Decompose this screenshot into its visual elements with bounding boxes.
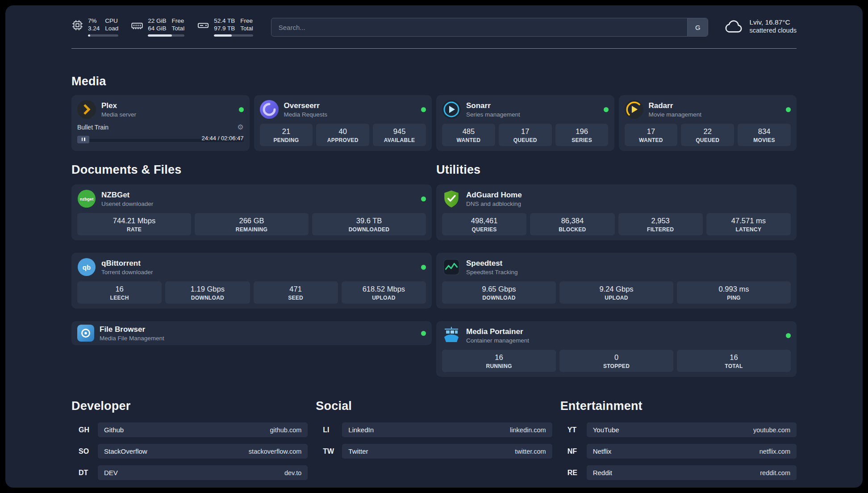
disk-widget: 52.4 TB 97.9 TB Free Total xyxy=(197,17,253,37)
app-title: Radarr xyxy=(649,101,702,110)
bookmark-dev[interactable]: DT DEV dev.to xyxy=(71,465,308,480)
cloud-icon xyxy=(723,18,744,34)
bookmark-youtube[interactable]: YT YouTube youtube.com xyxy=(560,422,797,437)
app-title: Speedtest xyxy=(466,259,518,268)
gear-icon[interactable]: ⚙ xyxy=(237,123,243,131)
bookmark-linkedin[interactable]: LI LinkedIn linkedin.com xyxy=(316,422,552,437)
stat-filtered: 2,953FILTERED xyxy=(618,213,703,235)
plex-icon xyxy=(77,100,96,119)
bookmark-abbr: YT xyxy=(560,426,587,434)
bookmark-stackoverflow[interactable]: SO StackOverflow stackoverflow.com xyxy=(71,444,308,459)
stat-wanted: 485WANTED xyxy=(442,124,495,146)
section-media: Media Plex Media server xyxy=(71,74,797,151)
app-card-sonarr[interactable]: Sonarr Series management 485WANTED 17QUE… xyxy=(436,95,614,151)
stat-download: 9.65 GbpsDOWNLOAD xyxy=(442,281,556,304)
disk-free-label: Free xyxy=(240,17,253,25)
search-provider-button[interactable]: G xyxy=(687,18,708,36)
portainer-icon xyxy=(442,326,461,345)
stat-latency: 47.571 msLATENCY xyxy=(706,213,791,235)
ram-usage-bar xyxy=(148,34,184,37)
weather-location: Lviv, 16.87°C xyxy=(749,18,797,26)
stat-movies: 834MOVIES xyxy=(738,124,791,146)
disk-total-value: 97.9 TB xyxy=(214,25,235,32)
app-title: AdGuard Home xyxy=(466,190,522,200)
app-card-radarr[interactable]: Radarr Movie management 17WANTED 22QUEUE… xyxy=(619,95,797,151)
dashboard: 7% 3.24 CPU Load xyxy=(5,5,863,488)
stat-queries: 498,461QUERIES xyxy=(442,213,526,235)
cpu-usage-bar xyxy=(88,34,118,37)
search-input[interactable] xyxy=(271,18,688,36)
app-card-speedtest[interactable]: Speedtest Speedtest Tracking 9.65 GbpsDO… xyxy=(436,253,797,309)
bookmark-group-developer: Developer GH Github github.com SO StackO… xyxy=(71,398,308,487)
filebrowser-icon xyxy=(77,325,94,342)
bookmark-netflix[interactable]: NF Netflix netflix.com xyxy=(560,444,797,459)
bookmark-abbr: NF xyxy=(560,447,587,455)
app-card-qbittorrent[interactable]: qb qBittorrent Torrent downloader 16LEEC… xyxy=(71,253,432,309)
bookmark-url: linkedin.com xyxy=(510,426,546,434)
bookmark-name: DEV xyxy=(104,469,118,476)
bookmark-url: netflix.com xyxy=(760,448,790,455)
pause-icon[interactable] xyxy=(77,136,89,143)
app-card-nzbget[interactable]: nzbget NZBGet Usenet downloader 744.21 M… xyxy=(71,184,432,240)
stat-remaining: 266 GBREMAINING xyxy=(195,213,309,235)
now-playing-title: Bullet Train xyxy=(77,124,108,131)
bookmark-abbr: TW xyxy=(316,447,342,455)
section-utilities: Utilities AdGuard Home xyxy=(436,162,797,377)
app-subtitle: Media File Management xyxy=(100,335,164,342)
stat-downloaded: 39.6 TBDOWNLOADED xyxy=(312,213,426,235)
app-card-adguard[interactable]: AdGuard Home DNS and adblocking 498,461Q… xyxy=(436,184,797,240)
cpu-widget: 7% 3.24 CPU Load xyxy=(71,17,118,37)
ram-free-value: 22 GiB xyxy=(148,17,166,25)
topbar: 7% 3.24 CPU Load xyxy=(71,17,797,37)
status-dot xyxy=(421,331,426,336)
bookmark-url: twitter.com xyxy=(515,448,546,455)
cpu-icon xyxy=(71,19,83,31)
playback-progress[interactable]: 24:44 / 02:06:47 xyxy=(77,134,244,144)
stat-total: 16TOTAL xyxy=(677,350,791,372)
speedtest-icon xyxy=(442,258,461,276)
disk-icon xyxy=(197,19,209,32)
bookmark-twitter[interactable]: TW Twitter twitter.com xyxy=(316,444,552,459)
bookmark-name: LinkedIn xyxy=(348,426,374,434)
app-subtitle: Container management xyxy=(466,337,529,344)
app-card-overseerr[interactable]: Overseerr Media Requests 21PENDING 40APP… xyxy=(254,95,432,151)
bookmark-abbr: LI xyxy=(316,426,342,434)
bookmark-name: Reddit xyxy=(593,469,612,476)
app-title: Sonarr xyxy=(466,101,520,110)
bookmark-github[interactable]: GH Github github.com xyxy=(71,422,308,437)
bookmark-name: Netflix xyxy=(593,447,612,455)
app-subtitle: Series management xyxy=(466,111,520,118)
app-card-portainer[interactable]: Media Portainer Container management 16R… xyxy=(436,321,797,377)
app-card-filebrowser[interactable]: File Browser Media File Management xyxy=(71,321,432,345)
section-title-entertainment: Entertainment xyxy=(560,398,797,414)
app-card-plex[interactable]: Plex Media server Bullet Train ⚙ 24:44 /… xyxy=(71,95,250,151)
section-title-developer: Developer xyxy=(71,398,308,414)
bookmark-url: stackoverflow.com xyxy=(249,448,301,455)
overseerr-icon xyxy=(260,100,279,119)
ram-icon xyxy=(131,19,143,32)
bookmark-reddit[interactable]: RE Reddit reddit.com xyxy=(560,465,797,480)
section-documents: Documents & Files nzbget NZBGet Usenet d… xyxy=(71,162,432,345)
radarr-icon xyxy=(625,100,643,119)
status-dot xyxy=(786,333,791,338)
cpu-load-label: Load xyxy=(105,25,118,32)
bookmark-abbr: RE xyxy=(560,469,587,477)
app-title: NZBGet xyxy=(101,190,153,200)
app-title: Media Portainer xyxy=(466,327,529,336)
section-title-media: Media xyxy=(71,74,797,89)
bookmark-group-entertainment: Entertainment YT YouTube youtube.com NF … xyxy=(560,398,797,487)
app-title: qBittorrent xyxy=(101,259,153,268)
app-title: Plex xyxy=(101,101,136,110)
bookmark-url: dev.to xyxy=(284,469,301,476)
stat-upload: 618.52 MbpsUPLOAD xyxy=(342,281,426,304)
stat-queued: 22QUEUED xyxy=(681,124,734,146)
stat-seed: 471SEED xyxy=(254,281,338,304)
weather-widget: Lviv, 16.87°C scattered clouds xyxy=(723,18,797,35)
app-subtitle: Usenet downloader xyxy=(101,201,153,207)
bookmark-name: Twitter xyxy=(348,447,368,455)
bookmark-name: Github xyxy=(104,426,124,434)
ram-widget: 22 GiB 64 GiB Free Total xyxy=(131,17,184,37)
section-title-utilities: Utilities xyxy=(436,162,797,177)
app-subtitle: Torrent downloader xyxy=(101,269,153,276)
stat-wanted: 17WANTED xyxy=(625,124,678,146)
